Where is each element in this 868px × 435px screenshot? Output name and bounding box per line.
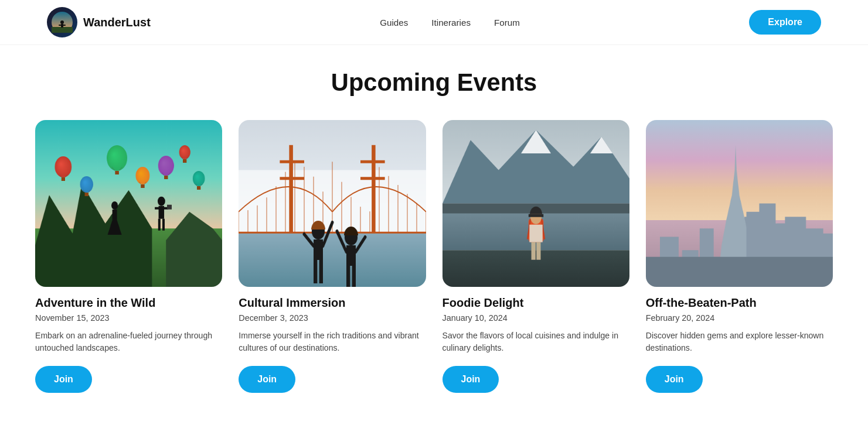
- card-offpath-image: [646, 120, 833, 287]
- card-foodie-date: January 10, 2024: [442, 313, 629, 323]
- card-offpath-date: February 20, 2024: [646, 313, 833, 323]
- card-offpath-title: Off-the-Beaten-Path: [646, 296, 833, 310]
- nav-guides[interactable]: Guides: [380, 18, 408, 28]
- card-adventure-title: Adventure in the Wild: [35, 296, 222, 310]
- events-grid: Adventure in the Wild November 15, 2023 …: [35, 120, 833, 393]
- card-adventure: Adventure in the Wild November 15, 2023 …: [35, 120, 222, 393]
- card-adventure-image: [35, 120, 222, 287]
- card-offpath-desc: Discover hidden gems and explore lesser-…: [646, 330, 833, 354]
- svg-rect-4: [59, 25, 66, 26]
- card-cultural-date: December 3, 2023: [239, 313, 426, 323]
- card-cultural-join[interactable]: Join: [239, 366, 295, 393]
- card-cultural-title: Cultural Immersion: [239, 296, 426, 310]
- card-foodie-image: [442, 120, 629, 287]
- card-foodie-join[interactable]: Join: [442, 366, 499, 393]
- brand[interactable]: WanderLust: [47, 7, 151, 37]
- card-foodie-title: Foodie Delight: [442, 296, 629, 310]
- card-cultural-image: [239, 120, 426, 287]
- card-foodie-desc: Savor the flavors of local cuisines and …: [442, 330, 629, 354]
- card-adventure-date: November 15, 2023: [35, 313, 222, 323]
- explore-button[interactable]: Explore: [749, 10, 821, 35]
- svg-point-2: [60, 20, 64, 24]
- logo-icon: [47, 7, 77, 37]
- section-title: Upcoming Events: [35, 68, 833, 97]
- card-foodie: Foodie Delight January 10, 2024 Savor th…: [442, 120, 629, 393]
- card-cultural-desc: Immerse yourself in the rich traditions …: [239, 330, 426, 354]
- card-adventure-join[interactable]: Join: [35, 366, 92, 393]
- card-adventure-desc: Embark on an adrenaline-fueled journey t…: [35, 330, 222, 354]
- card-offpath: Off-the-Beaten-Path February 20, 2024 Di…: [646, 120, 833, 393]
- svg-rect-1: [52, 27, 73, 33]
- card-offpath-join[interactable]: Join: [646, 366, 703, 393]
- nav-forum[interactable]: Forum: [494, 18, 520, 28]
- nav-links: Guides Itineraries Forum: [380, 18, 520, 28]
- card-cultural: Cultural Immersion December 3, 2023 Imme…: [239, 120, 426, 393]
- nav-itineraries[interactable]: Itineraries: [431, 18, 471, 28]
- brand-name: WanderLust: [83, 16, 151, 29]
